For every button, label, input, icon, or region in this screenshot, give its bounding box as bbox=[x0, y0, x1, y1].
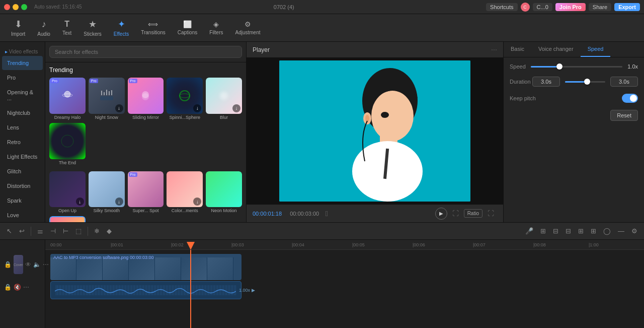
effect-sliding-mirror[interactable]: Pro Sliding Mirror bbox=[128, 78, 164, 120]
ratio-button[interactable]: Ratio bbox=[464, 209, 482, 218]
sidebar-item-spark[interactable]: Spark bbox=[2, 193, 43, 208]
effect-spinning-sphere[interactable]: ↓ Spinni...Sphere bbox=[167, 78, 203, 120]
sidebar-item-light-effects[interactable]: Light Effects bbox=[2, 150, 43, 164]
sidebar-item-retro[interactable]: Retro bbox=[2, 135, 43, 149]
tab-voice-changer[interactable]: Voice changer bbox=[531, 42, 581, 57]
expand-button[interactable]: ⛶ bbox=[485, 209, 497, 218]
effects-section-title: Trending bbox=[49, 67, 242, 74]
tab-basic[interactable]: Basic bbox=[504, 42, 531, 57]
effect-the-end[interactable]: The End bbox=[49, 123, 86, 165]
effects-search-input[interactable] bbox=[49, 46, 242, 58]
duration-slider[interactable] bbox=[565, 81, 605, 83]
track-btn7[interactable]: — bbox=[615, 226, 627, 236]
duration-row: Duration 3.0s 3.0s bbox=[510, 77, 638, 87]
track-btn3[interactable]: ⊟ bbox=[563, 226, 574, 236]
minimize-btn[interactable] bbox=[13, 4, 19, 10]
main-layout: ▸ Video effects Trending Pro Opening & .… bbox=[0, 42, 644, 222]
effect-silky-smooth[interactable]: ↓ Silky Smooth bbox=[89, 171, 125, 214]
sidebar-item-pro[interactable]: Pro bbox=[2, 71, 43, 85]
effect-color-ments[interactable]: ↓ Color...ments bbox=[167, 171, 203, 214]
effect-blur[interactable]: ↓ Blur bbox=[206, 78, 242, 120]
select-tool[interactable]: ↖ bbox=[4, 226, 15, 236]
speed-slider-thumb[interactable] bbox=[556, 63, 562, 70]
eye-icon[interactable]: 👁 bbox=[25, 261, 31, 268]
effect-open-up[interactable]: ↓ Open Up bbox=[49, 171, 86, 214]
speed-slider[interactable] bbox=[531, 66, 622, 68]
sidebar-item-lens[interactable]: Lens bbox=[2, 120, 43, 135]
split-btn[interactable]: ⚌ bbox=[35, 226, 46, 236]
mute-icon[interactable]: 🔈 bbox=[33, 261, 41, 268]
duration-label: Duration bbox=[510, 79, 531, 85]
ruler-2: |00:02 bbox=[171, 242, 184, 247]
reset-button[interactable]: Reset bbox=[610, 110, 638, 121]
fullscreen-icon[interactable]: ⛶ bbox=[449, 209, 462, 218]
audio-more-icon[interactable]: ⋯ bbox=[23, 284, 29, 291]
ruler-7: |00:07 bbox=[473, 242, 486, 247]
ruler-1: |00:01 bbox=[111, 242, 123, 247]
effect-dreamy-halo[interactable]: Pro Dreamy Halo bbox=[49, 78, 86, 120]
sidebar-item-distortion[interactable]: Distortion bbox=[2, 179, 43, 193]
player-menu-icon[interactable]: ⋯ bbox=[491, 46, 497, 53]
freeze-btn[interactable]: ❄ bbox=[92, 226, 102, 236]
effect-edge-glow[interactable]: Edge Glow bbox=[49, 216, 86, 222]
maximize-btn[interactable] bbox=[21, 4, 27, 10]
toolbar-separator bbox=[31, 227, 31, 236]
audio-track[interactable]: 1.00x ▶ bbox=[50, 281, 242, 299]
crop-btn[interactable]: ⬚ bbox=[73, 226, 84, 236]
effect-super-spot[interactable]: Pro Super... Spot bbox=[128, 171, 164, 214]
track-btn2[interactable]: ⊟ bbox=[550, 226, 561, 236]
download-icon: ↓ bbox=[115, 198, 123, 206]
user-button[interactable]: C...0 bbox=[533, 3, 552, 11]
settings-icon[interactable]: ⚙ bbox=[629, 226, 640, 236]
play-button[interactable]: ▶ bbox=[435, 208, 447, 220]
sidebar-item-love[interactable]: Love bbox=[2, 208, 43, 222]
close-btn[interactable] bbox=[4, 4, 10, 10]
right-panel-content: Speed 1.0x Duration 3.0s bbox=[504, 57, 644, 127]
video-track[interactable]: AAC to MP3 conversion software.png 00:00… bbox=[50, 254, 242, 280]
undo-btn[interactable]: ↩ bbox=[17, 226, 27, 236]
sidebar-item-opening[interactable]: Opening & ... bbox=[2, 85, 43, 105]
audio-lock-icon[interactable]: 🔒 bbox=[4, 284, 12, 291]
keep-pitch-toggle[interactable] bbox=[622, 94, 638, 103]
duration-slider-thumb[interactable] bbox=[584, 79, 590, 85]
effect-sliding-mirror-label: Sliding Mirror bbox=[128, 115, 164, 120]
lock-icon[interactable]: 🔒 bbox=[4, 261, 12, 268]
keyframe-btn[interactable]: ◆ bbox=[104, 226, 114, 236]
track-btn5[interactable]: ⊞ bbox=[588, 226, 599, 236]
export-button[interactable]: Export bbox=[614, 3, 640, 11]
share-button[interactable]: Share bbox=[589, 3, 611, 11]
text-icon: T bbox=[64, 20, 69, 29]
track-btn4[interactable]: ⊞ bbox=[576, 226, 586, 236]
sidebar-item-nightclub[interactable]: Nightclub bbox=[2, 106, 43, 120]
toolbar-effects[interactable]: ✦ Effects bbox=[109, 17, 134, 39]
effect-neon-motion[interactable]: Neon Motion bbox=[206, 171, 242, 214]
toolbar-import[interactable]: ⬇ Import bbox=[6, 17, 30, 39]
duration-from[interactable]: 3.0s bbox=[532, 77, 560, 87]
timeline-playhead[interactable] bbox=[190, 250, 191, 328]
effect-night-snow[interactable]: Pro ↓ Night Snow bbox=[89, 78, 125, 120]
trim-left-btn[interactable]: ⊣ bbox=[48, 226, 58, 236]
duration-to[interactable]: 3.0s bbox=[610, 77, 638, 87]
mic-btn[interactable]: 🎤 bbox=[523, 226, 536, 236]
sidebar-item-glitch[interactable]: Glitch bbox=[2, 164, 43, 178]
toolbar-stickers[interactable]: ★ Stickers bbox=[78, 17, 107, 39]
track-btn6[interactable]: ◯ bbox=[601, 226, 613, 236]
toolbar-captions[interactable]: ⬜ Captions bbox=[173, 18, 202, 37]
toolbar-audio[interactable]: ♪ Audio bbox=[32, 17, 55, 39]
toolbar-filters[interactable]: ◈ Filters bbox=[204, 18, 228, 37]
toolbar-adjustment[interactable]: ⚙ Adjustment bbox=[230, 18, 265, 37]
audio-mute-icon[interactable]: 🔇 bbox=[14, 284, 21, 291]
joinpro-button[interactable]: Join Pro bbox=[555, 3, 586, 11]
titlebar: Auto saved: 15:16:45 0702 (4) Shortcuts … bbox=[0, 0, 644, 14]
toolbar-transitions[interactable]: ⟺ Transitions bbox=[136, 18, 171, 37]
timeline-content: 🔒 Cover 👁 🔈 ⋯ 🔒 🔇 ⋯ 00:00 |00:01 |00:02 bbox=[0, 240, 644, 328]
tab-speed[interactable]: Speed bbox=[581, 42, 611, 57]
sidebar-item-trending[interactable]: Trending bbox=[2, 56, 43, 70]
toolbar-text[interactable]: T Text bbox=[57, 18, 76, 38]
track-btn1[interactable]: ⊞ bbox=[538, 226, 548, 236]
shortcuts-button[interactable]: Shortcuts bbox=[486, 3, 517, 11]
cover-thumbnail: Cover bbox=[14, 255, 23, 274]
total-time: 00:00:03:00 bbox=[290, 211, 319, 217]
trim-right-btn[interactable]: ⊢ bbox=[60, 226, 71, 236]
timeline-controls: 🔒 Cover 👁 🔈 ⋯ 🔒 🔇 ⋯ bbox=[0, 240, 45, 328]
